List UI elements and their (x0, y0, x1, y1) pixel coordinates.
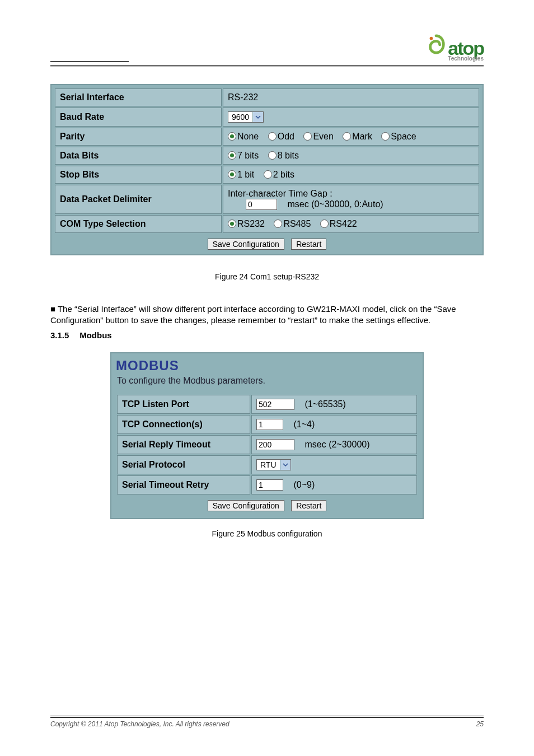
modbus-subtitle: To configure the Modbus parameters. (117, 376, 418, 386)
modbus-save-button[interactable]: Save Configuration (208, 500, 284, 511)
delimiter-label: Data Packet Delimiter (55, 185, 222, 214)
tcp-port-input[interactable] (256, 399, 294, 410)
tcp-port-range: (1~65535) (305, 399, 345, 409)
stop-bits-label: Stop Bits (55, 166, 222, 184)
logo: atop Technologies (425, 34, 484, 62)
narrative-text: ■ The “Serial Interface” will show diffe… (50, 304, 484, 341)
tcp-port-label: TCP Listen Port (117, 395, 250, 414)
baud-rate-select[interactable]: 9600 (228, 111, 264, 123)
stopbits-1-radio[interactable]: 1 bit (228, 170, 254, 179)
serial-proto-select[interactable]: RTU (256, 459, 291, 470)
baud-rate-label: Baud Rate (55, 108, 222, 127)
parity-none-radio[interactable]: None (228, 132, 259, 141)
footer-copyright: Copyright © 2011 Atop Technologies, Inc.… (50, 720, 229, 728)
serial-proto-label: Serial Protocol (117, 455, 250, 474)
radio-icon (343, 132, 351, 141)
radio-icon (228, 151, 236, 160)
serial-interface-label: Serial Interface (55, 88, 222, 106)
radio-icon (228, 132, 236, 141)
svg-point-0 (430, 37, 433, 40)
parity-mark-radio[interactable]: Mark (343, 132, 372, 141)
delimiter-line1: Inter-character Time Gap : (228, 189, 474, 199)
chevron-down-icon (252, 112, 263, 122)
radio-icon (264, 170, 272, 179)
radio-icon (303, 132, 312, 141)
serial-timeout-label: Serial Reply Timeout (117, 435, 250, 454)
databits-8-radio[interactable]: 8 bits (268, 151, 299, 160)
modbus-restart-button[interactable]: Restart (291, 500, 326, 511)
chevron-down-icon (280, 460, 291, 470)
tcp-conn-range: (1~4) (293, 419, 315, 429)
logo-subtitle: Technologies (448, 55, 484, 62)
serial-proto-value: RTU (257, 460, 280, 470)
baud-rate-value: 9600 (228, 112, 252, 122)
tcp-conn-label: TCP Connection(s) (117, 415, 250, 434)
databits-7-radio[interactable]: 7 bits (228, 151, 259, 160)
footer-page-number: 25 (476, 720, 484, 728)
comtype-label: COM Type Selection (55, 215, 222, 233)
restart-button[interactable]: Restart (291, 239, 326, 250)
doc-title-slot (50, 61, 129, 62)
comtype-rs232-radio[interactable]: RS232 (228, 219, 265, 228)
parity-label: Parity (55, 128, 222, 146)
radio-icon (268, 132, 277, 141)
section-title: Modbus (79, 330, 112, 340)
parity-odd-radio[interactable]: Odd (268, 132, 294, 141)
delimiter-hint: msec (0~30000, 0:Auto) (287, 199, 383, 209)
figure-24-caption: Figure 24 Com1 setup-RS232 (50, 272, 484, 281)
tcp-conn-input[interactable] (256, 419, 283, 430)
data-bits-label: Data Bits (55, 147, 222, 165)
serial-timeout-range: msec (2~30000) (305, 440, 369, 449)
delimiter-input[interactable] (246, 199, 277, 210)
section-number: 3.1.5 (50, 330, 77, 341)
radio-icon (320, 220, 329, 228)
serial-interface-value: RS-232 (223, 88, 479, 106)
comtype-rs485-radio[interactable]: RS485 (274, 219, 311, 228)
page-footer: Copyright © 2011 Atop Technologies, Inc.… (50, 716, 484, 728)
radio-icon (381, 132, 390, 141)
serial-retry-label: Serial Timeout Retry (117, 475, 250, 494)
page-header: atop Technologies (50, 34, 484, 67)
radio-icon (228, 170, 236, 179)
stopbits-2-radio[interactable]: 2 bits (264, 170, 294, 179)
parity-space-radio[interactable]: Space (381, 132, 416, 141)
comtype-rs422-radio[interactable]: RS422 (320, 219, 357, 228)
save-configuration-button[interactable]: Save Configuration (208, 239, 284, 250)
serial-retry-input[interactable] (256, 479, 283, 491)
radio-icon (268, 151, 277, 160)
serial-retry-range: (0~9) (293, 480, 315, 489)
parity-even-radio[interactable]: Even (303, 132, 333, 141)
serial-config-panel: Serial Interface RS-232 Baud Rate 9600 P… (50, 84, 484, 255)
radio-icon (274, 220, 282, 228)
modbus-config-panel: MODBUS To configure the Modbus parameter… (110, 352, 424, 519)
modbus-title: MODBUS (116, 358, 418, 374)
figure-25-caption: Figure 25 Modbus configuration (50, 529, 484, 538)
serial-timeout-input[interactable] (256, 439, 294, 450)
logo-mark-icon (425, 34, 447, 55)
radio-icon (228, 220, 236, 228)
